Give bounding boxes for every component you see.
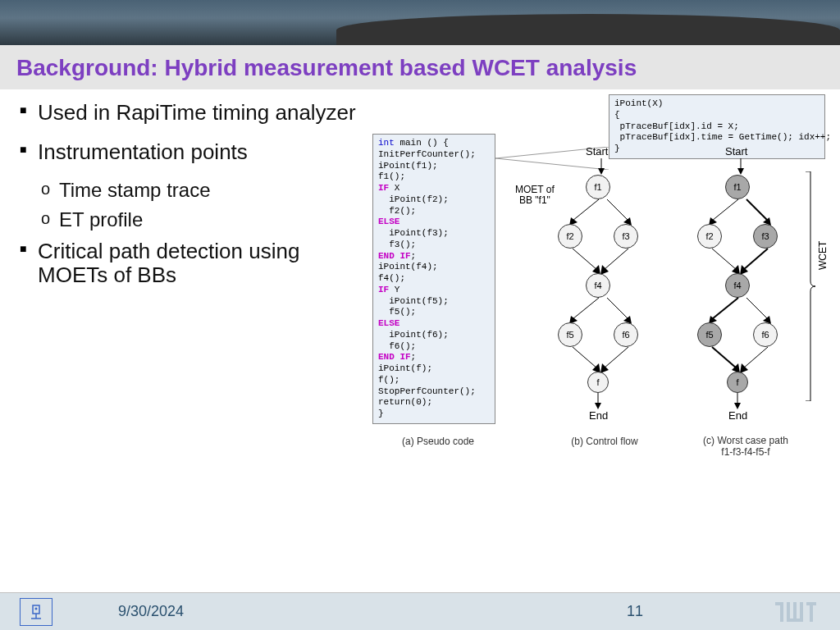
svg-line-34 xyxy=(712,347,737,368)
node-f5: f5 xyxy=(558,322,582,347)
svg-line-14 xyxy=(573,347,597,368)
svg-marker-19 xyxy=(595,403,601,409)
svg-line-26 xyxy=(712,249,737,270)
slide: Background: Hybrid measurement based WCE… xyxy=(0,0,840,630)
bullet-3: Critical path detection using MOETs of B… xyxy=(20,240,364,289)
code-main: int main () { InitPerfCounter(); iPoint(… xyxy=(372,134,495,424)
svg-line-6 xyxy=(573,249,597,270)
node-f6-w: f6 xyxy=(753,322,778,347)
node-f4: f4 xyxy=(586,273,610,298)
footer: 9/30/2024 11 xyxy=(0,592,840,630)
node-f2-w: f2 xyxy=(697,224,722,249)
svg-line-4 xyxy=(607,199,628,221)
figure: iPoint(X) { pTraceBuf[idx].id = X; pTrac… xyxy=(364,101,833,478)
code-ipoint: iPoint(X) { pTraceBuf[idx].id = X; pTrac… xyxy=(609,94,825,159)
label-end: End xyxy=(589,409,608,422)
svg-line-30 xyxy=(712,298,738,319)
node-f1: f1 xyxy=(586,175,610,199)
slide-body: Used in RapiTime timing analyzer Instrum… xyxy=(0,89,840,478)
svg-marker-39 xyxy=(734,403,741,409)
bullet-2b: ET profile xyxy=(20,209,364,231)
slide-title: Background: Hybrid measurement based WCE… xyxy=(16,55,824,81)
svg-line-28 xyxy=(743,249,768,270)
svg-line-8 xyxy=(604,249,628,270)
node-f4-w: f4 xyxy=(725,273,750,298)
node-f: f xyxy=(587,372,609,393)
tum-logo-icon xyxy=(771,598,820,626)
node-f2: f2 xyxy=(558,224,582,249)
node-f6: f6 xyxy=(614,322,638,347)
bullet-1: Used in RapiTime timing analyzer xyxy=(20,101,364,126)
svg-line-32 xyxy=(746,298,768,319)
svg-line-12 xyxy=(607,298,628,319)
node-f1-w: f1 xyxy=(725,175,750,199)
node-f3: f3 xyxy=(614,224,638,249)
svg-line-10 xyxy=(573,298,599,319)
top-banner-image xyxy=(0,0,840,45)
page-number: 11 xyxy=(627,603,643,620)
svg-point-41 xyxy=(35,607,38,609)
bullet-list: Used in RapiTime timing analyzer Instrum… xyxy=(20,101,364,478)
wcet-bracket: WCET xyxy=(804,171,824,404)
label-start2: Start xyxy=(725,145,747,158)
caption-c: (c) Worst case path f1-f3-f4-f5-f xyxy=(684,436,807,459)
svg-line-2 xyxy=(573,199,599,221)
svg-line-36 xyxy=(743,347,768,368)
footer-date: 9/30/2024 xyxy=(118,603,184,620)
node-f-w: f xyxy=(727,372,748,393)
title-bar: Background: Hybrid measurement based WCE… xyxy=(0,45,840,89)
label-start: Start xyxy=(586,145,608,158)
caption-b: (b) Control flow xyxy=(559,436,650,447)
graph-control-flow: Start f1 f2 f3 f4 f5 f6 f End xyxy=(543,158,658,429)
svg-line-24 xyxy=(746,199,768,221)
node-f5-w: f5 xyxy=(697,322,722,347)
graph-worst-case: Start f1 f2 f3 f4 f5 f6 f End xyxy=(682,158,797,429)
logo-left-icon xyxy=(20,598,52,626)
node-f3-w: f3 xyxy=(753,224,778,249)
label-end2: End xyxy=(728,409,747,422)
svg-marker-21 xyxy=(737,168,744,175)
svg-line-22 xyxy=(712,199,738,221)
bullet-2: Instrumentation points xyxy=(20,140,364,165)
bullet-2a: Time stamp trace xyxy=(20,180,364,201)
wcet-label: WCET xyxy=(817,241,829,270)
svg-line-16 xyxy=(604,347,628,368)
caption-a: (a) Pseudo code xyxy=(381,436,495,447)
svg-marker-1 xyxy=(598,168,605,175)
